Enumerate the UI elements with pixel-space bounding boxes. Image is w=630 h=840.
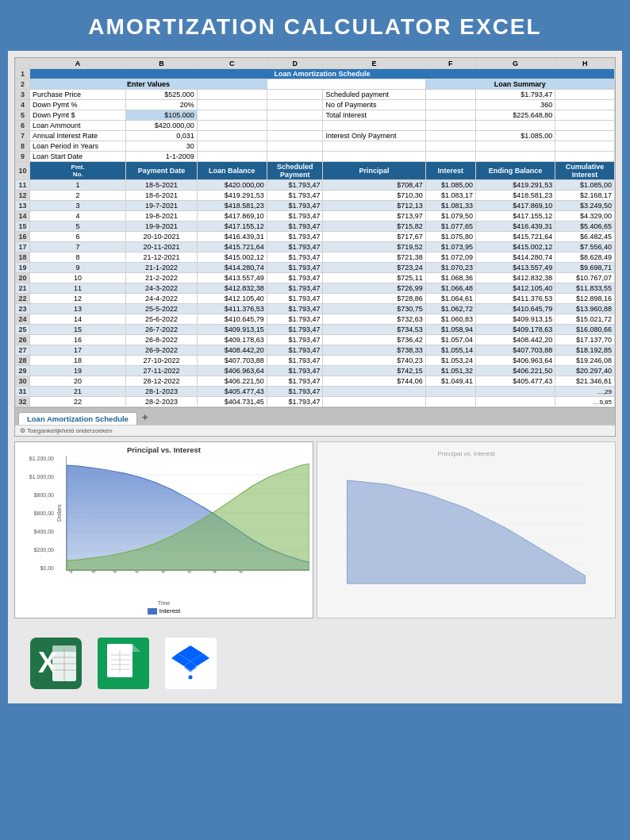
enter-values-header: Enter Values	[30, 79, 267, 90]
excel-icon[interactable]: X	[30, 638, 82, 689]
spreadsheet: A B C D E F G H 1 Loan Amortization Sche…	[14, 57, 616, 437]
row-3: 3 Purchase Price $525.000 Scheduled paym…	[16, 90, 615, 100]
chart-svg-partial	[317, 460, 615, 588]
row-5: 5 Down Pymt $ $105.000 Total Interest $2…	[16, 110, 615, 121]
table-row: 26 1626-8-2022$409.178,63$1.793,47$736,4…	[16, 335, 615, 345]
y-axis-label: Dollars	[56, 456, 66, 571]
field-8-value: 30	[126, 141, 198, 152]
col-header-row: A B C D E F G H	[16, 59, 615, 69]
row-8: 8 Loan Period in Years 30	[16, 141, 615, 152]
table-header-row: 10 Pmt.No. Payment Date Loan Balance Sch…	[16, 162, 615, 180]
field-7-label: Annual Interest Rate	[30, 131, 126, 141]
table-row: 23 1325-5-2022$411.376,53$1.793,47$730,7…	[16, 304, 615, 314]
field-9-value: 1-1-2009	[126, 152, 198, 162]
chart-area-partial: Principal vs. Interest	[317, 441, 616, 618]
col-b: B	[126, 59, 198, 69]
summary-3-label: Total Interest	[323, 110, 425, 121]
table-row: 27 1726-9-2022$408.442,20$1.793,47$738,3…	[16, 345, 615, 356]
row-5-num: 5	[16, 110, 30, 121]
table-row: 29 1927-11-2022$406.963,64$1.793,47$742,…	[16, 366, 615, 376]
loan-summary-header: Loan Summary	[425, 79, 614, 90]
row-6: 6 Loan Ammount $420.000,00	[16, 121, 615, 131]
th-pmt-no: Pmt.No.	[30, 162, 126, 180]
table-row: 19 921-1-2022$414.280,74$1.793,47$723,24…	[16, 263, 615, 273]
field-4-label: Down Pymt %	[30, 100, 126, 110]
y-axis-labels: $1.200,00 $1.000,00 $800,00 $600,00 $400…	[18, 456, 56, 571]
field-3-label: Purchase Price	[30, 90, 126, 100]
table-row: 25 1526-7-2022$409.913,15$1.793,47$734,5…	[16, 325, 615, 335]
row-7-num: 7	[16, 131, 30, 141]
col-a: A	[30, 59, 126, 69]
field-3-value: $525.000	[126, 90, 198, 100]
content-area: A B C D E F G H 1 Loan Amortization Sche…	[8, 51, 622, 703]
legend-interest-label: Interest	[159, 607, 181, 615]
page-header: AMORTIZATION CALCULATOR EXCEL	[0, 0, 630, 51]
col-e: E	[323, 59, 425, 69]
x-labels: $708,84 $816,08 $940,97 $1.084,59 $1.249…	[66, 571, 309, 576]
th-principal: Principal	[323, 162, 425, 180]
page-title: AMORTIZATION CALCULATOR EXCEL	[8, 14, 622, 40]
bottom-icons-area: X	[14, 622, 616, 697]
table-row: 15 519-9-2021$417.155,12$1.793,47$715,82…	[16, 222, 615, 232]
tab-loan-amortization[interactable]: Loan Amortization Schedule	[18, 412, 137, 425]
chart-plot	[66, 456, 309, 571]
table-row: 17 720-11-2021$415.721,64$1.793,47$719,5…	[16, 242, 615, 252]
summary-1-label: Scheduled payment	[323, 90, 425, 100]
th-payment-date: Payment Date	[126, 162, 198, 180]
row-1: 1 Loan Amortization Schedule	[16, 69, 615, 79]
chart-area: Principal vs. Interest $1.200,00 $1.000,…	[14, 441, 313, 618]
field-8-label: Loan Period in Years	[30, 141, 126, 152]
summary-5-value: $1.085,00	[476, 131, 555, 141]
row-6-num: 6	[16, 121, 30, 131]
x-axis: $708,84 $816,08 $940,97 $1.084,59 $1.249…	[66, 571, 309, 599]
row-8-num: 8	[16, 141, 30, 152]
col-d: D	[267, 59, 323, 69]
field-5-value: $105.000	[126, 110, 198, 121]
summary-3-value: $225.648,80	[476, 110, 555, 121]
table-row: 18 821-12-2021$415.002,12$1.793,47$721,3…	[16, 252, 615, 263]
th-scheduled-payment: ScheduledPayment	[267, 162, 323, 180]
table-row: 28 1827-10-2022$407.703,88$1.793,47$740,…	[16, 356, 615, 366]
summary-5-label: Interest Only Payment	[323, 131, 425, 141]
table-row: 30 2028-12-2022$406.221,50$1.793,47$744,…	[16, 376, 615, 387]
table-row: 14 419-8-2021$417.869,10$1.793,47$713,97…	[16, 211, 615, 222]
row-9: 9 Loan Start Date 1-1-2009	[16, 152, 615, 162]
chart-container-wrapper: Principal vs. Interest $1.200,00 $1.000,…	[14, 441, 616, 618]
field-7-value: 0,031	[126, 131, 198, 141]
col-g: G	[476, 59, 555, 69]
th-loan-balance: Loan Balance	[197, 162, 267, 180]
col-c: C	[197, 59, 267, 69]
th-interest: Interest	[425, 162, 475, 180]
row-1-num: 1	[16, 69, 30, 79]
chart-legend: Interest	[18, 607, 309, 615]
row-2-empty	[267, 79, 425, 90]
chart-inner: $1.200,00 $1.000,00 $800,00 $600,00 $400…	[18, 456, 309, 571]
field-9-label: Loan Start Date	[30, 152, 126, 162]
tab-bar: Loan Amortization Schedule +	[15, 407, 615, 425]
chart-svg	[67, 456, 309, 570]
col-f: F	[425, 59, 475, 69]
table-row: 31 2128-1-2023$405.477,43$1.793,47…,29	[16, 387, 615, 397]
th-cumulative-interest: CumulativeInterest	[555, 162, 615, 180]
dropbox-icon[interactable]	[165, 638, 217, 689]
spreadsheet-table: A B C D E F G H 1 Loan Amortization Sche…	[15, 58, 615, 407]
row-3-num: 3	[16, 90, 30, 100]
summary-1-value: $1.793,47	[476, 90, 555, 100]
row-10-num: 10	[16, 162, 30, 180]
table-row: 13 319-7-2021$418.581,23$1.793,47$712,13…	[16, 201, 615, 211]
table-row: 11 118-5-2021$420.000,00$1.793,47$708,47…	[16, 180, 615, 191]
table-row: 20 1021-2-2022$413.557,49$1.793,47$725,1…	[16, 273, 615, 283]
x-axis-label: Time	[18, 600, 309, 606]
table-row: 24 1425-6-2022$410.645,79$1.793,47$732,6…	[16, 314, 615, 325]
sheet-title: Loan Amortization Schedule	[30, 69, 615, 79]
row-4: 4 Down Pymt % 20% No of Payments 360	[16, 100, 615, 110]
google-sheets-icon[interactable]	[98, 638, 149, 689]
row-2: 2 Enter Values Loan Summary	[16, 79, 615, 90]
field-6-value: $420.000,00	[126, 121, 198, 131]
summary-2-value: 360	[476, 100, 555, 110]
row-9-num: 9	[16, 152, 30, 162]
add-tab-button[interactable]: +	[137, 410, 153, 425]
field-5-label: Down Pymt $	[30, 110, 126, 121]
table-row: 22 1224-4-2022$412.105,40$1.793,47$728,8…	[16, 294, 615, 304]
table-row: 21 1124-3-2022$412.832,38$1.793,47$726,9…	[16, 283, 615, 294]
